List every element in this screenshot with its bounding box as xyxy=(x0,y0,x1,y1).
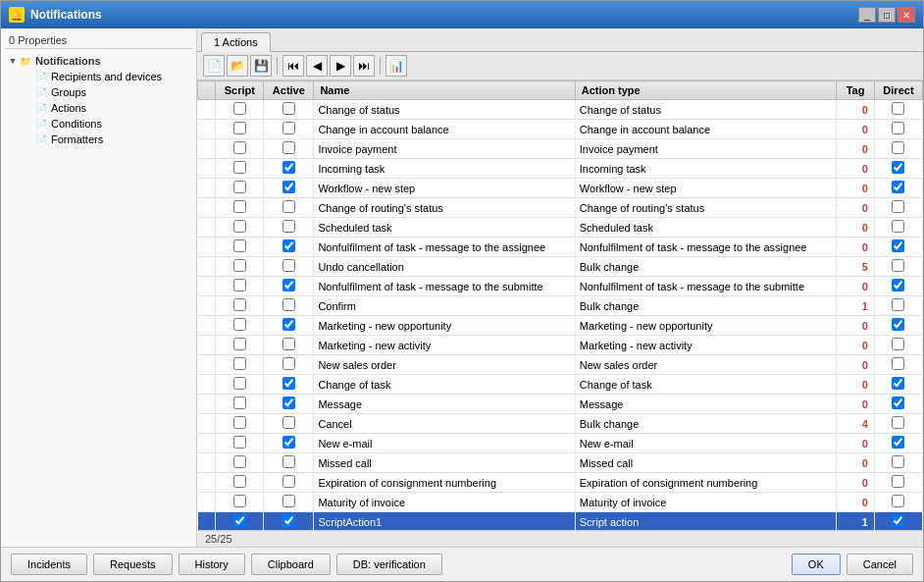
script-checkbox[interactable] xyxy=(233,298,246,311)
sidebar-item-recipients[interactable]: 📄 Recipients and devices xyxy=(21,69,192,84)
open-button[interactable]: 📂 xyxy=(227,55,248,77)
th-active[interactable]: Active xyxy=(264,81,314,100)
cancel-button[interactable]: Cancel xyxy=(847,554,913,575)
direct-checkbox[interactable] xyxy=(892,122,904,134)
table-row[interactable]: Change of taskChange of task0 xyxy=(198,375,923,395)
script-checkbox[interactable] xyxy=(233,475,246,488)
active-checkbox[interactable] xyxy=(282,318,295,331)
table-row[interactable]: New e-mailNew e-mail0 xyxy=(198,434,923,453)
direct-checkbox[interactable] xyxy=(892,397,904,409)
script-checkbox[interactable] xyxy=(233,397,246,409)
active-checkbox[interactable] xyxy=(282,455,295,468)
active-checkbox[interactable] xyxy=(282,397,295,409)
maximize-button[interactable]: □ xyxy=(878,7,896,23)
table-row[interactable]: CancelBulk change4 xyxy=(198,414,923,434)
direct-checkbox[interactable] xyxy=(892,338,904,350)
script-checkbox[interactable] xyxy=(233,416,246,429)
active-checkbox[interactable] xyxy=(282,161,295,174)
active-checkbox[interactable] xyxy=(282,475,295,488)
script-checkbox[interactable] xyxy=(233,377,246,390)
incidents-button[interactable]: Incidents xyxy=(11,554,87,575)
script-checkbox[interactable] xyxy=(233,357,246,370)
minimize-button[interactable]: _ xyxy=(858,7,876,23)
active-checkbox[interactable] xyxy=(282,495,295,507)
script-checkbox[interactable] xyxy=(233,181,246,193)
table-row[interactable]: ConfirmBulk change1 xyxy=(198,296,923,316)
direct-checkbox[interactable] xyxy=(892,416,904,429)
first-button[interactable]: ⏮ xyxy=(282,55,304,77)
script-checkbox[interactable] xyxy=(233,338,246,350)
requests-button[interactable]: Requests xyxy=(93,554,172,575)
active-checkbox[interactable] xyxy=(282,338,295,350)
script-checkbox[interactable] xyxy=(233,514,246,527)
th-script[interactable]: Script xyxy=(216,81,264,100)
sidebar-item-groups[interactable]: 📄 Groups xyxy=(21,84,192,100)
table-row[interactable]: New sales orderNew sales order0 xyxy=(198,355,923,375)
sidebar-item-conditions[interactable]: 📄 Conditions xyxy=(21,116,192,132)
direct-checkbox[interactable] xyxy=(892,220,904,233)
ok-button[interactable]: OK xyxy=(792,554,841,575)
direct-checkbox[interactable] xyxy=(892,239,904,252)
script-checkbox[interactable] xyxy=(233,259,246,272)
direct-checkbox[interactable] xyxy=(892,200,904,213)
active-checkbox[interactable] xyxy=(282,514,295,527)
table-row[interactable]: MessageMessage0 xyxy=(198,395,923,414)
script-checkbox[interactable] xyxy=(233,161,246,174)
table-row[interactable]: Missed callMissed call0 xyxy=(198,453,923,473)
script-checkbox[interactable] xyxy=(233,220,246,233)
clipboard-button[interactable]: Clipboard xyxy=(251,554,331,575)
active-checkbox[interactable] xyxy=(282,122,295,134)
history-button[interactable]: History xyxy=(179,554,245,575)
active-checkbox[interactable] xyxy=(282,298,295,311)
table-row[interactable]: Invoice paymentInvoice payment0 xyxy=(198,139,923,159)
script-checkbox[interactable] xyxy=(233,102,246,115)
active-checkbox[interactable] xyxy=(282,102,295,115)
th-direct[interactable]: Direct xyxy=(874,81,922,100)
direct-checkbox[interactable] xyxy=(892,102,904,115)
sidebar-item-formatters[interactable]: 📄 Formatters xyxy=(21,132,192,147)
active-checkbox[interactable] xyxy=(282,200,295,213)
th-name[interactable]: Name xyxy=(314,81,575,100)
script-checkbox[interactable] xyxy=(233,200,246,213)
table-row[interactable]: Marketing - new activityMarketing - new … xyxy=(198,336,923,355)
direct-checkbox[interactable] xyxy=(892,436,904,449)
next-button[interactable]: ▶ xyxy=(330,55,351,77)
direct-checkbox[interactable] xyxy=(892,495,904,507)
direct-checkbox[interactable] xyxy=(892,181,904,193)
script-checkbox[interactable] xyxy=(233,436,246,449)
direct-checkbox[interactable] xyxy=(892,259,904,272)
export-button[interactable]: 📊 xyxy=(385,55,407,77)
table-row[interactable]: ▶ScriptAction1Script action1 xyxy=(198,512,923,531)
table-row[interactable]: Maturity of invoiceMaturity of invoice0 xyxy=(198,493,923,512)
script-checkbox[interactable] xyxy=(233,279,246,291)
table-row[interactable]: Change of routing's statusChange of rout… xyxy=(198,198,923,218)
active-checkbox[interactable] xyxy=(282,259,295,272)
active-checkbox[interactable] xyxy=(282,436,295,449)
active-checkbox[interactable] xyxy=(282,377,295,390)
direct-checkbox[interactable] xyxy=(892,455,904,468)
table-row[interactable]: Change of statusChange of status0 xyxy=(198,100,923,120)
active-checkbox[interactable] xyxy=(282,416,295,429)
table-row[interactable]: Nonfulfilment of task - message to the s… xyxy=(198,277,923,296)
close-button[interactable]: ✕ xyxy=(898,7,915,23)
active-checkbox[interactable] xyxy=(282,141,295,154)
active-checkbox[interactable] xyxy=(282,181,295,193)
table-row[interactable]: Nonfulfilment of task - message to the a… xyxy=(198,238,923,257)
direct-checkbox[interactable] xyxy=(892,475,904,488)
th-tag[interactable]: Tag xyxy=(837,81,875,100)
script-checkbox[interactable] xyxy=(233,122,246,134)
table-container[interactable]: Script Active Name Action type Tag Direc… xyxy=(197,80,923,530)
tree-root[interactable]: ▼ 📁 Notifications xyxy=(5,53,192,69)
direct-checkbox[interactable] xyxy=(892,298,904,311)
active-checkbox[interactable] xyxy=(282,220,295,233)
table-row[interactable]: Marketing - new opportunityMarketing - n… xyxy=(198,316,923,336)
script-checkbox[interactable] xyxy=(233,141,246,154)
sidebar-item-actions[interactable]: 📄 Actions xyxy=(21,100,192,116)
active-checkbox[interactable] xyxy=(282,239,295,252)
last-button[interactable]: ⏭ xyxy=(353,55,375,77)
table-row[interactable]: Expiration of consignment numberingExpir… xyxy=(198,473,923,493)
th-action-type[interactable]: Action type xyxy=(575,81,836,100)
script-checkbox[interactable] xyxy=(233,318,246,331)
script-checkbox[interactable] xyxy=(233,239,246,252)
active-checkbox[interactable] xyxy=(282,279,295,291)
